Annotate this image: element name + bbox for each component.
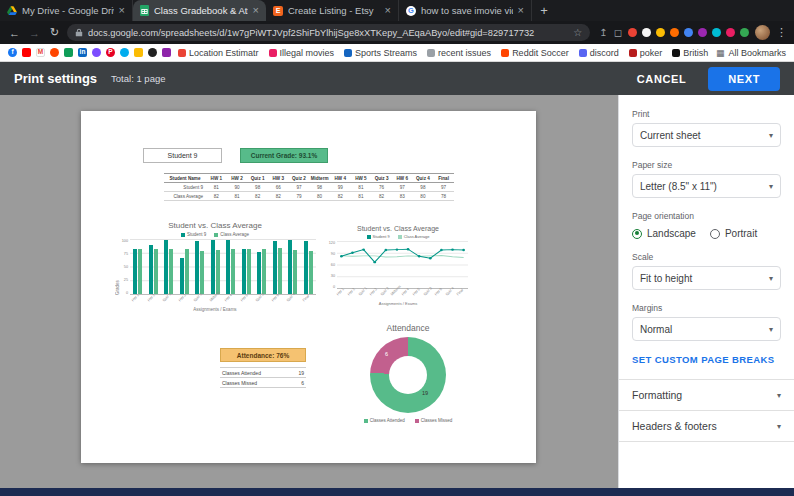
line-point — [440, 249, 443, 251]
landscape-radio[interactable]: Landscape — [632, 228, 696, 239]
bar — [149, 245, 153, 295]
browser-menu-icon[interactable]: ⋮ — [776, 26, 787, 39]
x-tick-label: HW 1 — [131, 293, 144, 306]
bar-plot — [130, 239, 316, 295]
headers-footers-section[interactable]: Headers & footers ▾ — [632, 411, 781, 441]
extension-icon[interactable] — [684, 28, 693, 37]
grades-col-header: HW 3 — [268, 174, 289, 183]
line-point — [429, 257, 432, 259]
share-icon[interactable]: ↥ — [599, 27, 607, 38]
line-plot — [337, 241, 468, 289]
bar — [288, 240, 292, 294]
chevron-down-icon: ▾ — [769, 182, 773, 191]
radio-selected-icon — [632, 229, 642, 239]
bookmark-item[interactable]: discord — [579, 48, 619, 58]
grade-cell: 98 — [413, 183, 434, 192]
bookmark-favicons: fMinP — [8, 48, 171, 57]
browser-tab[interactable]: ECreate Listing - Etsy× — [266, 0, 399, 21]
bookmark-favicon[interactable]: f — [8, 48, 17, 57]
bookmark-favicon[interactable] — [120, 48, 129, 57]
profile-avatar[interactable] — [755, 25, 770, 40]
bookmark-item[interactable]: recent issues — [427, 48, 491, 58]
bookmark-favicon[interactable]: P — [106, 48, 115, 57]
x-tick-label: HW 3 — [178, 293, 191, 306]
bookmark-item[interactable]: British Pathé — [672, 48, 709, 58]
legend-label: Class Average — [404, 234, 430, 239]
bookmark-favicon[interactable]: in — [78, 48, 87, 57]
bookmark-favicon[interactable] — [50, 48, 59, 57]
bar-chart-xlabel: Assignments / Exams — [114, 307, 316, 312]
url-text: docs.google.com/spreadsheets/d/1w7gPiWTJ… — [88, 28, 568, 38]
x-tick-label: Quiz 1 — [162, 293, 175, 306]
extension-icon[interactable] — [670, 28, 679, 37]
bookmark-favicon[interactable] — [22, 48, 31, 57]
extensions-puzzle-icon[interactable]: ◻ — [614, 27, 622, 38]
extension-icon[interactable] — [712, 28, 721, 37]
print-select[interactable]: Current sheet ▾ — [632, 123, 781, 147]
bookmark-favicon[interactable] — [92, 48, 101, 57]
bookmarks-grid-icon: ▦ — [716, 48, 725, 58]
browser-tab[interactable]: Class Gradebook & Attendance× — [133, 0, 266, 21]
grade-cell: 83 — [392, 192, 413, 201]
all-bookmarks-label: All Bookmarks — [728, 48, 786, 58]
tab-close-icon[interactable]: × — [119, 5, 125, 16]
tab-title: how to save imovie video - Go... — [421, 5, 513, 16]
bookmark-favicon — [178, 49, 186, 57]
formatting-section[interactable]: Formatting ▾ — [632, 380, 781, 410]
bookmark-item[interactable]: Illegal movies — [269, 48, 335, 58]
legend-item: Class Average — [398, 234, 430, 239]
address-bar[interactable]: docs.google.com/spreadsheets/d/1w7gPiWTJ… — [67, 24, 590, 41]
browser-tab[interactable]: My Drive - Google Drive× — [0, 0, 133, 21]
next-button[interactable]: NEXT — [708, 67, 780, 91]
extension-icon[interactable] — [726, 28, 735, 37]
grade-cell: 97 — [289, 183, 310, 192]
bar-group — [288, 239, 297, 294]
paper-size-select[interactable]: Letter (8.5" x 11") ▾ — [632, 174, 781, 198]
y-tick-label: 60 — [328, 263, 335, 267]
grade-cell: 81 — [351, 192, 372, 201]
x-tick-label: Final — [302, 293, 315, 306]
x-tick-label: HW 6 — [271, 293, 284, 306]
line-point — [373, 261, 376, 263]
bookmark-items: Location EstimatrIllegal moviesSports St… — [178, 48, 709, 58]
legend-label: Student 9 — [187, 232, 206, 237]
tab-title: Class Gradebook & Attendance — [154, 5, 248, 16]
browser-tab[interactable]: Ghow to save imovie video - Go...× — [399, 0, 532, 21]
bookmark-star-icon[interactable]: ☆ — [573, 27, 582, 38]
scale-select[interactable]: Fit to height ▾ — [632, 266, 781, 290]
bookmark-label: Location Estimatr — [189, 48, 259, 58]
tab-close-icon[interactable]: × — [253, 5, 259, 16]
bookmark-favicon[interactable] — [64, 48, 73, 57]
forward-button[interactable]: → — [27, 27, 42, 39]
cancel-button[interactable]: CANCEL — [637, 73, 686, 85]
bookmark-favicon[interactable] — [148, 48, 157, 57]
bookmark-favicon[interactable]: M — [36, 48, 45, 57]
bookmark-item[interactable]: Reddit Soccer — [501, 48, 569, 58]
page-title: Print settings — [14, 71, 97, 86]
bar — [180, 258, 184, 294]
bookmark-favicon[interactable] — [162, 48, 171, 57]
new-tab-button[interactable]: + — [532, 0, 556, 21]
tab-close-icon[interactable]: × — [385, 5, 391, 16]
all-bookmarks[interactable]: ▦ All Bookmarks — [716, 48, 786, 58]
back-button[interactable]: ← — [7, 27, 22, 39]
extension-icon[interactable] — [628, 28, 637, 37]
extension-icon[interactable] — [656, 28, 665, 37]
line-chart-xticks: HW 1HW 2Quiz 1HW 3Quiz 2MidtermHW 4HW 5Q… — [337, 289, 468, 299]
reload-button[interactable]: ↻ — [47, 26, 62, 39]
bookmark-item[interactable]: Sports Streams — [344, 48, 417, 58]
bookmark-item[interactable]: poker — [629, 48, 663, 58]
margins-select[interactable]: Normal ▾ — [632, 317, 781, 341]
set-custom-page-breaks-link[interactable]: SET CUSTOM PAGE BREAKS — [632, 354, 781, 365]
tab-close-icon[interactable]: × — [518, 5, 524, 16]
extension-icon[interactable] — [698, 28, 707, 37]
grade-cell: 99 — [330, 183, 351, 192]
line-point — [451, 248, 454, 250]
attendance-cell: 6 — [290, 378, 306, 388]
bookmark-favicon[interactable] — [134, 48, 143, 57]
extension-icon[interactable] — [740, 28, 749, 37]
bookmark-item[interactable]: Location Estimatr — [178, 48, 259, 58]
paper-size-value: Letter (8.5" x 11") — [640, 181, 717, 192]
extension-icon[interactable] — [642, 28, 651, 37]
portrait-radio[interactable]: Portrait — [710, 228, 757, 239]
